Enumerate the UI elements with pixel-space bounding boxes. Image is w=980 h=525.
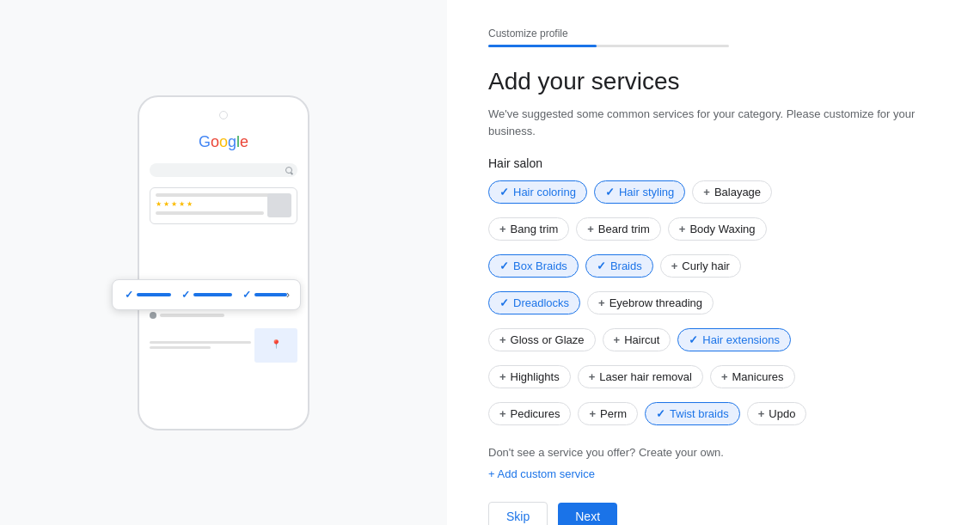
phone-globe-icon <box>150 312 156 319</box>
chip-plus-icon: + <box>703 186 710 198</box>
chip-label: Perm <box>600 407 627 420</box>
chip-perm[interactable]: + Perm <box>578 402 638 425</box>
phone-map-line-1 <box>150 341 251 344</box>
progress-label: Customize profile <box>488 27 939 40</box>
left-panel: Google ★ ★ ★ ★ ★ <box>0 0 447 525</box>
chip-beard-trim[interactable]: + Beard trim <box>576 217 661 241</box>
floating-card: ✓ ✓ ✓ › <box>112 279 301 310</box>
chip-manicures[interactable]: + Manicures <box>710 365 795 388</box>
chip-label: Pedicures <box>511 407 560 420</box>
chip-label: Hair styling <box>619 186 674 198</box>
chip-check-icon: ✓ <box>689 333 698 346</box>
phone-mockup: Google ★ ★ ★ ★ ★ <box>138 95 309 430</box>
check-icon-1: ✓ <box>125 289 133 301</box>
next-button[interactable]: Next <box>558 503 617 525</box>
phone-info-line-3 <box>160 314 224 317</box>
phone-map-box: 📍 <box>254 328 297 363</box>
chip-label: Updo <box>769 407 795 420</box>
check-line-3 <box>254 293 287 296</box>
chip-label: Body Waxing <box>689 223 755 235</box>
chip-label: Highlights <box>511 370 560 383</box>
arrow-right-icon: › <box>286 289 290 301</box>
phone-line-1 <box>156 193 285 197</box>
chip-label: Box Braids <box>513 259 567 272</box>
chip-body-waxing[interactable]: + Body Waxing <box>668 217 767 241</box>
chip-plus-icon: + <box>499 223 506 235</box>
page-description: We've suggested some common services for… <box>488 106 939 139</box>
chip-label: Dreadlocks <box>513 296 569 309</box>
chips-container: ✓ Hair coloring ✓ Hair styling + Balayag… <box>488 180 939 432</box>
section-label: Hair salon <box>488 156 939 170</box>
chip-check-icon: ✓ <box>605 186 615 198</box>
chip-check-icon: ✓ <box>656 407 665 420</box>
chip-plus-icon: + <box>721 370 728 383</box>
chips-row-7: + Pedicures + Perm ✓ Twist braids <box>488 402 740 425</box>
chip-plus-icon: + <box>679 223 686 235</box>
check-icon-3: ✓ <box>242 289 251 301</box>
chips-row-4: ✓ Dreadlocks + Eyebrow threading <box>488 291 714 314</box>
chip-braids[interactable]: ✓ Braids <box>585 254 653 278</box>
chip-haircut[interactable]: + Haircut <box>603 328 671 351</box>
add-custom-service-link[interactable]: + Add custom service <box>488 467 595 480</box>
footer-buttons: Skip Next <box>488 502 939 525</box>
chips-row-5: + Gloss or Glaze + Haircut ✓ Hair extens… <box>488 328 791 351</box>
skip-button[interactable]: Skip <box>488 502 548 525</box>
chip-hair-coloring[interactable]: ✓ Hair coloring <box>488 180 587 204</box>
chip-label: Manicures <box>732 370 784 383</box>
phone-stars: ★ ★ ★ ★ ★ <box>156 200 264 208</box>
chip-twist-braids[interactable]: ✓ Twist braids <box>645 402 740 425</box>
chip-pedicures[interactable]: + Pedicures <box>488 402 571 425</box>
phone-business-image <box>267 193 291 217</box>
chip-box-braids[interactable]: ✓ Box Braids <box>488 254 579 278</box>
chip-check-icon: ✓ <box>499 296 509 309</box>
chips-row-1: ✓ Hair coloring ✓ Hair styling + Balayag… <box>488 180 772 204</box>
chip-gloss-or-glaze[interactable]: + Gloss or Glaze <box>488 328 596 351</box>
chip-plus-icon: + <box>589 407 596 420</box>
progress-bar-fill <box>488 45 597 47</box>
chip-plus-icon: + <box>589 370 596 383</box>
phone-info-row-3 <box>150 312 297 319</box>
chip-plus-icon: + <box>598 296 605 309</box>
chip-hair-styling[interactable]: ✓ Hair styling <box>594 180 685 204</box>
chip-highlights[interactable]: + Highlights <box>488 365 571 388</box>
chips-row-8: + Updo <box>747 402 807 425</box>
phone-result-card: ★ ★ ★ ★ ★ <box>150 187 297 224</box>
chip-hair-extensions[interactable]: ✓ Hair extensions <box>677 328 791 351</box>
floating-check-item-1: ✓ <box>125 289 171 301</box>
chips-row-3: ✓ Box Braids ✓ Braids + Curly hair <box>488 254 741 278</box>
chip-plus-icon: + <box>499 333 506 346</box>
page-title: Add your services <box>488 68 939 95</box>
chip-label: Hair extensions <box>702 333 780 346</box>
phone-search-icon <box>285 167 292 174</box>
chip-check-icon: ✓ <box>499 186 509 198</box>
chip-label: Beard trim <box>598 223 650 235</box>
chips-row-6: + Highlights + Laser hair removal + Mani… <box>488 365 795 388</box>
floating-check-item-2: ✓ <box>181 289 232 301</box>
chip-bang-trim[interactable]: + Bang trim <box>488 217 569 241</box>
chip-eyebrow-threading[interactable]: + Eyebrow threading <box>587 291 714 314</box>
chip-label: Twist braids <box>670 407 729 420</box>
chips-row-2: + Bang trim + Beard trim + Body Waxing <box>488 217 767 241</box>
chip-plus-icon: + <box>499 407 506 420</box>
phone-map-pin: 📍 <box>271 339 281 349</box>
chip-updo[interactable]: + Updo <box>747 402 807 425</box>
chip-label: Eyebrow threading <box>609 296 702 309</box>
chip-label: Balayage <box>714 186 761 198</box>
chip-plus-icon: + <box>671 259 678 272</box>
phone-camera <box>219 111 228 119</box>
chip-laser-hair-removal[interactable]: + Laser hair removal <box>578 365 703 388</box>
progress-bar-track <box>488 45 729 47</box>
check-line-1 <box>137 293 171 296</box>
chip-dreadlocks[interactable]: ✓ Dreadlocks <box>488 291 580 314</box>
chip-label: Bang trim <box>511 223 559 235</box>
chip-label: Laser hair removal <box>599 370 692 383</box>
chip-label: Haircut <box>624 333 659 346</box>
phone-line-2 <box>156 211 264 215</box>
phone-map-line-2 <box>150 346 211 349</box>
custom-service-text: Don't see a service you offer? Create yo… <box>488 446 939 459</box>
chip-curly-hair[interactable]: + Curly hair <box>660 254 741 278</box>
chip-balayage[interactable]: + Balayage <box>692 180 772 204</box>
chip-plus-icon: + <box>587 223 594 235</box>
chip-label: Hair coloring <box>513 186 576 198</box>
progress-section: Customize profile <box>488 27 939 47</box>
